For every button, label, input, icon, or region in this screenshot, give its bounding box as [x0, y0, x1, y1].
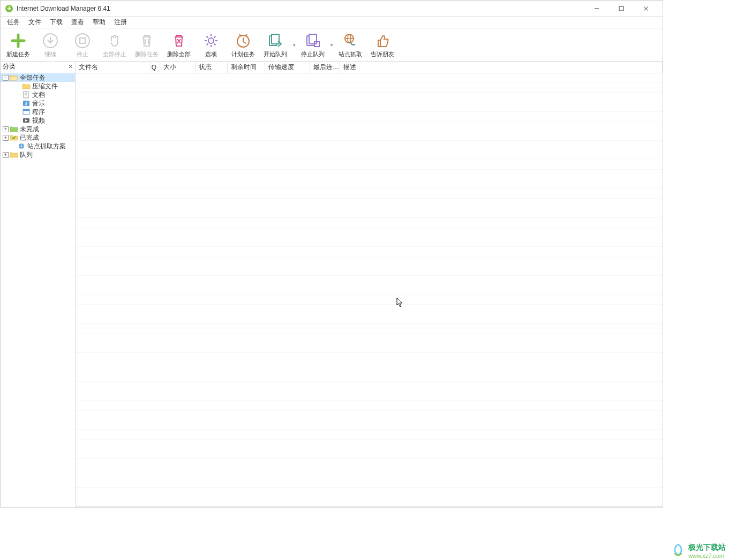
tree-finished[interactable]: + 已完成 — [1, 133, 75, 142]
tree-all-tasks[interactable]: − 全部任务 — [1, 73, 75, 82]
download-list: 文件名 Q 大小 状态 剩余时间 传输速度 最后连… 描述 — [76, 62, 663, 507]
sidebar-title: 分类 — [3, 62, 16, 71]
tb-stop-queue-dropdown[interactable]: ▾ — [329, 31, 334, 59]
tree-programs[interactable]: 程序 — [1, 108, 75, 116]
col-status[interactable]: 状态 — [196, 62, 228, 73]
app-icon — [5, 4, 13, 13]
col-q[interactable]: Q — [151, 62, 160, 73]
window-title: Internet Download Manager 6.41 — [17, 5, 584, 12]
grabber-icon — [17, 142, 26, 150]
tb-resume[interactable]: 继续 — [35, 31, 66, 59]
menu-help[interactable]: 帮助 — [88, 17, 110, 28]
thumbs-up-icon — [373, 32, 392, 50]
folder-green-icon — [10, 125, 18, 133]
menu-file[interactable]: 文件 — [24, 17, 46, 28]
plus-icon — [9, 32, 27, 50]
stop-icon — [73, 32, 92, 50]
svg-rect-7 — [80, 38, 85, 43]
tb-start-queue-dropdown[interactable]: ▾ — [292, 31, 296, 59]
video-icon — [22, 117, 31, 124]
trash-icon — [138, 32, 156, 50]
tb-delete-all[interactable]: 删除全部 — [163, 31, 194, 59]
tb-delete[interactable]: 删除任务 — [131, 31, 162, 59]
queue-start-icon — [266, 32, 284, 50]
menu-view[interactable]: 查看 — [67, 17, 88, 28]
music-icon — [22, 100, 31, 107]
tb-stop-all[interactable]: 全部停止 — [99, 31, 130, 59]
tree-videos[interactable]: 视频 — [1, 116, 75, 125]
tb-start-queue[interactable]: 开始队列 — [260, 31, 291, 59]
folder-check-icon — [10, 134, 18, 141]
svg-point-6 — [76, 34, 89, 48]
toolbar: 新建任务 继续 停止 全部停止 删除任务 删除全部 选项 计划任务 — [1, 28, 663, 62]
tree-documents[interactable]: 文档 — [1, 90, 75, 99]
tb-tell-friend[interactable]: 告诉朋友 — [367, 31, 398, 59]
sidebar-header: 分类 ✕ — [1, 62, 75, 72]
tb-grabber[interactable]: 站点抓取 — [335, 31, 366, 59]
list-header: 文件名 Q 大小 状态 剩余时间 传输速度 最后连… 描述 — [76, 62, 663, 73]
expand-icon[interactable]: + — [3, 152, 9, 158]
close-button[interactable] — [634, 1, 658, 17]
category-tree: − 全部任务 压缩文件 文档 音乐 程序 — [1, 72, 75, 160]
clock-icon — [234, 32, 252, 50]
tree-music[interactable]: 音乐 — [1, 99, 75, 108]
folder-icon — [10, 151, 18, 158]
globe-grab-icon — [341, 32, 359, 50]
queue-stop-icon — [304, 32, 322, 50]
svg-rect-13 — [309, 34, 317, 44]
tree-grabber-projects[interactable]: 站点抓取方案 — [1, 142, 75, 150]
tb-new-task[interactable]: 新建任务 — [3, 31, 34, 59]
svg-rect-11 — [272, 34, 279, 44]
col-last-try[interactable]: 最后连… — [310, 62, 340, 73]
tree-compressed[interactable]: 压缩文件 — [1, 82, 75, 90]
trash-all-icon — [170, 32, 188, 50]
app-icon — [22, 108, 31, 116]
collapse-icon[interactable]: − — [3, 75, 9, 81]
sidebar-close-button[interactable]: ✕ — [68, 63, 73, 70]
hand-icon — [106, 32, 124, 50]
menubar: 任务 文件 下载 查看 帮助 注册 — [1, 17, 663, 28]
tree-unfinished[interactable]: + 未完成 — [1, 125, 75, 133]
svg-rect-22 — [23, 109, 29, 111]
sidebar: 分类 ✕ − 全部任务 压缩文件 文档 音 — [1, 62, 76, 507]
col-time-left[interactable]: 剩余时间 — [228, 62, 265, 73]
titlebar: Internet Download Manager 6.41 — [1, 1, 663, 17]
download-icon — [41, 32, 59, 50]
tb-stop-queue[interactable]: 停止队列 — [297, 31, 328, 59]
tb-options[interactable]: 选项 — [196, 31, 227, 59]
list-body[interactable] — [76, 73, 663, 507]
folder-icon — [22, 82, 31, 90]
menu-tasks[interactable]: 任务 — [3, 17, 24, 28]
document-icon — [22, 91, 31, 99]
folder-open-icon — [10, 74, 18, 81]
tree-queues[interactable]: + 队列 — [1, 150, 75, 159]
svg-rect-2 — [619, 6, 623, 11]
col-size[interactable]: 大小 — [160, 62, 196, 73]
minimize-button[interactable] — [584, 1, 609, 17]
tb-schedule[interactable]: 计划任务 — [228, 31, 259, 59]
col-speed[interactable]: 传输速度 — [265, 62, 310, 73]
tb-stop[interactable]: 停止 — [67, 31, 98, 59]
menu-register[interactable]: 注册 — [110, 17, 131, 28]
expand-icon[interactable]: + — [3, 126, 9, 132]
expand-icon[interactable]: + — [3, 135, 9, 141]
svg-point-8 — [208, 38, 214, 43]
col-filename[interactable]: 文件名 — [76, 62, 151, 73]
gear-icon — [202, 32, 220, 50]
col-description[interactable]: 描述 — [340, 62, 663, 73]
maximize-button[interactable] — [609, 1, 634, 17]
menu-downloads[interactable]: 下载 — [46, 17, 67, 28]
